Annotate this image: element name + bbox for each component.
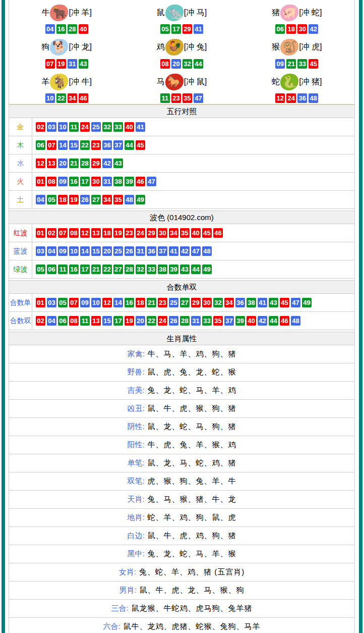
horse-icon: 🐎 (165, 74, 184, 90)
number-ball: 17 (80, 177, 90, 186)
attribute-row: 单笔:鼠、龙、马、蛇、鸡、猪 (9, 454, 354, 472)
number-ball: 02 (36, 316, 45, 326)
zodiac-clash-label: [冲 猪] (299, 77, 322, 87)
sum-parity-row: 合数双0204060811131517192022242628313335373… (9, 312, 354, 330)
number-ball: 47 (191, 246, 201, 256)
zodiac-cell-title: 鼠🐀[冲 马] (124, 3, 239, 23)
number-ball: 13 (91, 316, 101, 326)
number-ball: 45 (202, 228, 212, 238)
goat-icon: 🐐 (50, 74, 68, 90)
number-ball: 02 (47, 228, 56, 238)
number-ball: 19 (113, 228, 123, 238)
attribute-label: 黑中: (127, 549, 144, 559)
attribute-row: 白边:鼠、牛、虎、鸡、狗、猪 (9, 527, 354, 545)
number-ball: 33 (113, 122, 123, 132)
zodiac-attribute-rows: 家禽:牛、马、羊、鸡、狗、猪野兽:鼠、虎、兔、龙、蛇、猴吉美:兔、龙、蛇、马、羊… (9, 345, 354, 633)
number-ball: 21 (69, 159, 79, 168)
five-elements-row-numbers: 1213202128294243 (32, 154, 125, 172)
attribute-value: 兔、龙、蛇、马、羊、猴 (148, 549, 236, 559)
number-ball: 25 (91, 122, 101, 132)
number-ball: 13 (91, 228, 101, 238)
number-ball: 11 (80, 316, 90, 326)
zodiac-numbers: 11233547 (124, 93, 239, 103)
number-ball: 22 (56, 93, 66, 103)
number-ball: 26 (169, 316, 178, 326)
zodiac-cell-pig: 猪🐖[冲 蛇]06183042 (239, 0, 354, 35)
number-ball: 46 (79, 93, 88, 103)
number-ball: 26 (125, 246, 134, 256)
wave-row: 蓝波03040910141520252631363741424748 (9, 242, 354, 260)
number-ball: 48 (291, 316, 300, 326)
rooster-icon: 🐓 (165, 39, 184, 56)
number-ball: 38 (158, 265, 167, 274)
number-ball: 41 (136, 122, 145, 132)
number-ball: 25 (169, 298, 178, 307)
number-ball: 15 (102, 316, 112, 326)
number-ball: 32 (102, 122, 112, 132)
attribute-value: 虎、猴、狗、兔、羊、牛 (148, 477, 236, 486)
zodiac-animal-label: 蛇 (272, 77, 280, 87)
section-title-sum-parity: 合数单双 (9, 280, 354, 294)
number-ball: 04 (45, 24, 55, 34)
wave-row: 红波0102070812131819232429303435404546 (9, 224, 354, 242)
number-ball: 30 (91, 177, 101, 186)
number-ball: 01 (36, 228, 45, 238)
attribute-row: 阴性:鼠、龙、蛇、马、狗、猪 (9, 418, 354, 436)
number-ball: 47 (147, 177, 156, 186)
attribute-value: 蛇、羊、鸡、狗、鼠、虎 (148, 513, 236, 522)
section-zodiac-attributes: 生肖属性 家禽:牛、马、羊、鸡、狗、猪野兽:鼠、虎、兔、龙、蛇、猴吉美:兔、龙、… (9, 330, 354, 633)
number-ball: 07 (47, 140, 56, 150)
zodiac-cell-monkey: 猴🐒[冲 虎]09213345 (239, 35, 354, 70)
number-ball: 32 (183, 59, 192, 69)
number-ball: 24 (136, 228, 145, 238)
zodiac-clash-label: [冲 羊] (69, 8, 91, 18)
zodiac-clash-label: [冲 牛] (69, 77, 91, 87)
number-ball: 34 (102, 195, 112, 204)
number-ball: 40 (125, 122, 134, 132)
zodiac-clash-label: [冲 鼠] (184, 77, 207, 87)
attribute-label: 阴性: (127, 422, 144, 432)
zodiac-animal-label: 马 (157, 77, 165, 87)
number-ball: 41 (194, 24, 203, 34)
number-ball: 29 (183, 24, 192, 34)
snake-icon: 🐍 (280, 74, 298, 90)
number-ball: 18 (58, 195, 68, 204)
zodiac-cell-horse: 马🐎[冲 鼠]11233547 (124, 69, 239, 104)
monkey-icon: 🐒 (280, 39, 298, 56)
number-ball: 05 (47, 195, 56, 204)
number-ball: 35 (180, 228, 190, 238)
number-ball: 35 (113, 195, 123, 204)
number-ball: 45 (280, 298, 289, 307)
number-ball: 30 (158, 228, 167, 238)
number-ball: 28 (125, 265, 134, 274)
number-ball: 16 (69, 177, 79, 186)
zodiac-cell-title: 蛇🐍[冲 猪] (239, 72, 354, 92)
number-ball: 40 (191, 228, 201, 238)
attribute-value: 鼠、龙、蛇、马、狗、猪 (148, 422, 236, 432)
number-ball: 14 (113, 298, 123, 307)
attribute-row: 黑中:兔、龙、蛇、马、羊、猴 (9, 545, 354, 563)
number-ball: 30 (297, 24, 307, 34)
attribute-value: 兔、龙、蛇、马、羊、鸡 (148, 386, 236, 395)
number-ball: 14 (80, 246, 90, 256)
number-ball: 24 (80, 122, 90, 132)
number-ball: 37 (224, 316, 234, 326)
number-ball: 09 (58, 246, 68, 256)
sum-parity-rows: 合数单0103050709101214161821232527293032343… (9, 294, 354, 330)
attribute-value: 牛、马、羊、鸡、狗、猪 (148, 349, 236, 359)
number-ball: 20 (171, 59, 181, 69)
number-ball: 23 (158, 298, 167, 307)
zodiac-cell-title: 狗🐕[冲 龙] (9, 37, 124, 58)
number-ball: 27 (91, 195, 101, 204)
number-ball: 32 (136, 265, 145, 274)
attribute-label: 单笔: (127, 458, 144, 468)
number-ball: 08 (69, 316, 79, 326)
five-elements-row: 水1213202128294243 (9, 154, 354, 173)
number-ball: 01 (36, 298, 45, 307)
number-ball: 07 (69, 298, 79, 307)
number-ball: 13 (47, 159, 56, 168)
number-ball: 12 (36, 159, 45, 168)
number-ball: 36 (297, 93, 307, 103)
number-ball: 33 (297, 59, 307, 69)
attribute-label: 地肖: (127, 513, 144, 522)
